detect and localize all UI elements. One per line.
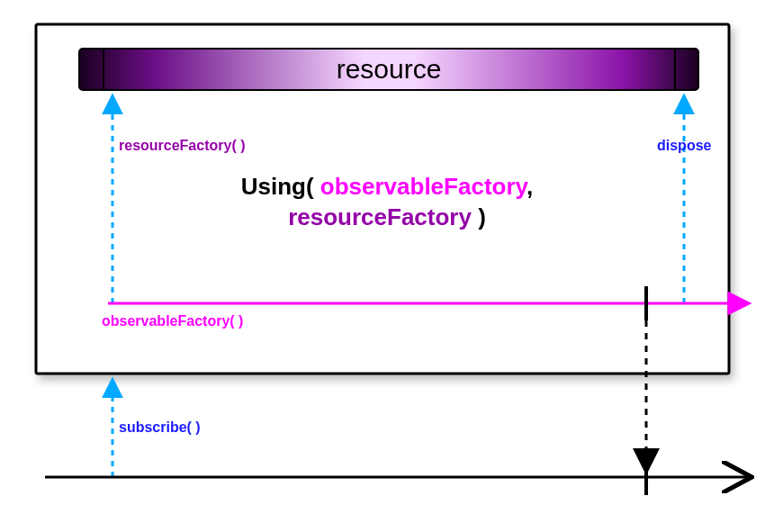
sig-sep: , [526, 173, 533, 200]
using-marble-diagram: resource resourceFactory( ) dispose Usin… [0, 0, 774, 532]
label-resourcefactory: resourceFactory( ) [119, 138, 246, 153]
label-observablefactory: observableFactory( ) [102, 313, 243, 329]
svg-text:Using( observableFactory,: Using( observableFactory, [241, 173, 534, 200]
label-dispose: dispose [657, 138, 712, 153]
resource-bar: resource [79, 49, 698, 90]
sig-suffix: ) [472, 203, 486, 230]
resource-bar-label: resource [337, 54, 442, 84]
svg-text:resourceFactory ): resourceFactory ) [288, 203, 486, 230]
sig-prefix: Using( [241, 173, 320, 200]
sig-arg1: observableFactory [320, 173, 529, 200]
sig-arg2: resourceFactory [288, 203, 472, 230]
label-subscribe: subscribe( ) [119, 419, 201, 435]
